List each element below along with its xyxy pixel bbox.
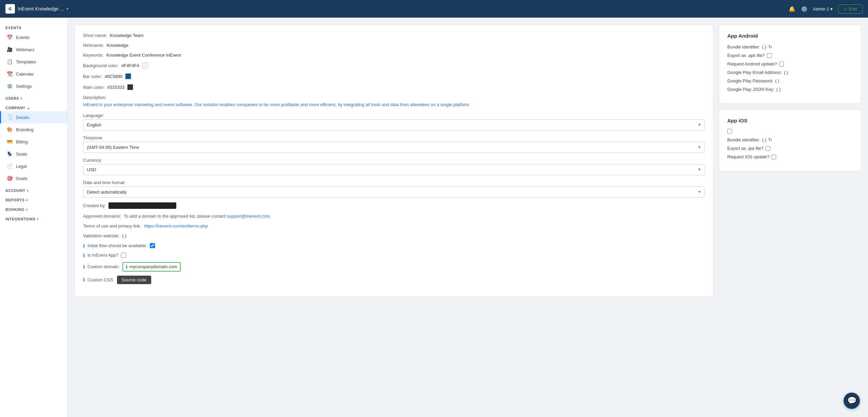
ios-toggle-field — [727, 129, 853, 134]
bg-color-value: #F4F4F4 — [121, 63, 139, 68]
sidebar-item-seats[interactable]: 💺 Seats — [0, 148, 67, 160]
ios-bundle-field: Bundle identifier: ( ) ↻ — [727, 137, 853, 142]
created-by-field: Created by: ████████████████████ — [83, 202, 705, 209]
user-chevron-icon: ▾ — [830, 6, 833, 12]
ios-bundle-refresh-icon[interactable]: ↻ — [768, 137, 772, 142]
app-android-title: App Android — [727, 33, 853, 39]
sidebar-item-webinars[interactable]: 🎥 Webinars — [0, 43, 67, 56]
legal-icon: 📄 — [6, 163, 13, 169]
export-apk-label: Export as .apk file? — [727, 53, 765, 58]
source-code-button[interactable]: Source code — [117, 276, 151, 284]
inevent-app-checkbox[interactable] — [121, 253, 126, 258]
side-cards: App Android Bundle identifier: ( ) ↻ Exp… — [719, 24, 861, 171]
sidebar-item-settings[interactable]: ⚙️ Settings — [0, 80, 67, 92]
user-menu[interactable]: Admin 1 ▾ — [813, 6, 833, 12]
seats-icon: 💺 — [6, 151, 13, 157]
date-time-select-wrapper: Detect automatically MM/DD/YYYY DD/MM/YY… — [83, 186, 705, 198]
sidebar-item-goals[interactable]: 🎯 Goals — [0, 172, 67, 184]
short-name-value: Knowledge Team — [110, 33, 144, 38]
google-play-email-label: Google Play Email Address: — [727, 70, 782, 75]
sidebar-section-users[interactable]: USERS ▾ — [0, 92, 67, 102]
sidebar-section-reports[interactable]: REPORTS ▾ — [0, 194, 67, 203]
sidebar-item-billing[interactable]: 💳 Billing — [0, 136, 67, 148]
export-ipa-field: Export as .ipa file? — [727, 146, 853, 151]
details-card: Short name: Knowledge Team Nickname: Kno… — [75, 24, 713, 297]
sidebar-item-calendar[interactable]: 📆 Calendar — [0, 68, 67, 80]
language-select[interactable]: English Portuguese Spanish French — [83, 119, 705, 131]
android-bundle-field: Bundle identifier: ( ) ↻ — [727, 44, 853, 49]
request-android-label: Request Android update? — [727, 61, 777, 66]
end-button[interactable]: ✓ End — [838, 4, 863, 14]
date-time-field: Date and time format: Detect automatical… — [83, 180, 705, 198]
export-apk-checkbox[interactable] — [767, 53, 772, 58]
custom-domain-info-icon: ℹ — [83, 264, 85, 270]
company-chevron-icon: ▲ — [27, 106, 30, 110]
android-bundle-refresh-icon[interactable]: ↻ — [768, 44, 772, 49]
sidebar: EVENTS 📅 Events 🎥 Webinars 📋 Templates 📆… — [0, 18, 68, 417]
nickname-label: Nickname: — [83, 43, 104, 48]
request-android-checkbox[interactable] — [779, 62, 784, 66]
inevent-app-info-icon: ℹ — [83, 253, 85, 258]
main-color-label: Main color: — [83, 85, 105, 90]
custom-domain-value: mycompanydomain.com — [130, 264, 177, 269]
terms-value[interactable]: https://inevent.com/en/terms.php — [144, 223, 208, 229]
notifications-icon[interactable]: 🔔 — [789, 6, 795, 12]
ios-enabled-checkbox[interactable] — [727, 129, 732, 134]
google-play-password-value: ( ) — [775, 78, 779, 83]
keywords-field: Keywords: Knowledge Event Conference InE… — [83, 53, 705, 58]
timezone-select-wrapper: (GMT-04:00) Eastern Time (GMT-05:00) Cen… — [83, 142, 705, 153]
date-time-select[interactable]: Detect automatically MM/DD/YYYY DD/MM/YY… — [83, 186, 705, 198]
sidebar-item-webinars-label: Webinars — [16, 47, 35, 52]
inevent-app-row: ℹ Is InEvent App? — [83, 253, 705, 258]
branding-icon: 🎨 — [6, 126, 13, 133]
chat-bubble[interactable]: 💬 — [844, 393, 860, 409]
language-label: Language: — [83, 113, 705, 118]
custom-domain-label: Custom domain: — [87, 264, 120, 269]
booking-chevron-icon: ▾ — [26, 208, 28, 212]
app-title-chevron-icon[interactable]: ▾ — [66, 6, 68, 11]
main-color-swatch[interactable] — [127, 84, 133, 90]
short-name-field: Short name: Knowledge Team — [83, 33, 705, 38]
sidebar-section-integrations[interactable]: INTEGRATIONS ▾ — [0, 213, 67, 222]
sidebar-item-branding[interactable]: 🎨 Branding — [0, 123, 67, 136]
sidebar-section-events: EVENTS — [0, 22, 67, 31]
bar-color-label: Bar color: — [83, 74, 102, 79]
billing-icon: 💳 — [6, 139, 13, 145]
bar-color-swatch[interactable] — [125, 73, 131, 79]
main-content: Short name: Knowledge Team Nickname: Kno… — [68, 18, 868, 417]
google-play-email-value: ( ) — [784, 70, 788, 75]
initial-flow-checkbox[interactable] — [150, 243, 155, 248]
sidebar-section-company[interactable]: COMPANY ▲ — [0, 102, 67, 111]
timezone-select[interactable]: (GMT-04:00) Eastern Time (GMT-05:00) Cen… — [83, 142, 705, 153]
sidebar-section-booking[interactable]: BOOKING ▾ — [0, 203, 67, 213]
sidebar-item-seats-label: Seats — [16, 152, 27, 157]
bar-color-value: #0C5890 — [105, 74, 123, 79]
sidebar-item-details[interactable]: 🗒️ Details — [0, 111, 67, 123]
sidebar-item-legal[interactable]: 📄 Legal — [0, 160, 67, 172]
sidebar-item-events-label: Events — [16, 35, 29, 40]
sidebar-item-events[interactable]: 📅 Events — [0, 31, 67, 43]
approved-domains-link[interactable]: support@inevent.com — [227, 214, 270, 219]
bg-color-swatch[interactable] — [142, 62, 148, 68]
top-nav-right: 🔔 ⚙️ Admin 1 ▾ ✓ End — [789, 4, 863, 14]
approved-domains-field: Approved domains: To add a domain to the… — [83, 214, 705, 219]
app-ios-title: App iOS — [727, 118, 853, 123]
export-ipa-checkbox[interactable] — [766, 146, 770, 151]
currency-select[interactable]: USD EUR GBP — [83, 164, 705, 175]
sidebar-section-account[interactable]: ACCOUNT ▾ — [0, 184, 67, 194]
app-title: InEvent Knowledge ... — [18, 6, 64, 12]
request-ios-checkbox[interactable] — [771, 155, 776, 159]
description-field: Description: InEvent is your enterprise … — [83, 95, 705, 108]
bar-color-field: Bar color: #0C5890 — [83, 73, 705, 79]
integrations-chevron-icon: ▾ — [37, 217, 39, 221]
google-play-json-value: ( ) — [776, 87, 781, 92]
sidebar-item-templates[interactable]: 📋 Templates — [0, 56, 67, 68]
sidebar-settings-icon: ⚙️ — [6, 83, 13, 89]
webinars-icon: 🎥 — [6, 46, 13, 53]
validation-label: Validation website: — [83, 233, 119, 238]
user-name: Admin 1 — [813, 6, 829, 12]
app-android-card: App Android Bundle identifier: ( ) ↻ Exp… — [719, 24, 861, 104]
google-play-json-label: Google Play JSON Key: — [727, 87, 774, 92]
google-play-password-field: Google Play Password: ( ) — [727, 78, 853, 83]
settings-icon[interactable]: ⚙️ — [801, 6, 808, 12]
